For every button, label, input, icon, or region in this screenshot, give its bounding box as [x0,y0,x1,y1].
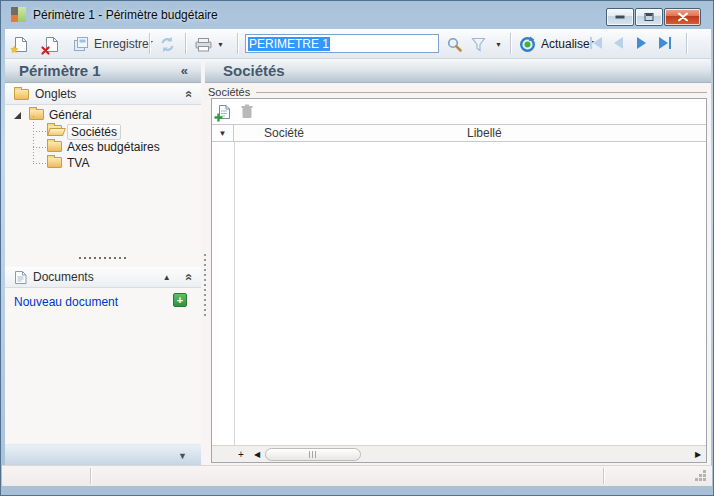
add-row-button[interactable] [217,104,231,120]
documents-section-label: Documents [33,270,157,284]
nav-first-bar [590,37,592,49]
column-header-societe[interactable]: Société [234,126,437,140]
titlebar[interactable]: Périmètre 1 - Périmètre budgétaire [2,1,712,29]
thumb-grip-icon [309,451,318,458]
print-button[interactable]: ▼ [193,32,226,56]
main-toolbar: ★ Enregistrer ▼ [5,29,711,59]
nav-last-button[interactable] [659,37,671,49]
selector-dropdown-icon: ▼ [219,129,227,138]
folder-icon [47,141,62,152]
star-badge-icon: ★ [10,45,19,55]
tree-item-axes-budgetaires[interactable]: Axes budgétaires [5,139,201,155]
toolbar-separator [510,33,511,54]
more-panels-icon[interactable]: ▼ [178,451,187,461]
save-button-label: Enregistrer [94,37,153,51]
status-bar [2,465,712,486]
tree-item-label-selected: Sociétés [67,124,121,140]
nav-previous-button[interactable] [614,37,623,49]
row-selector-dropdown[interactable]: ▼ [212,125,234,141]
filter-button[interactable] [469,32,488,56]
nav-last-bar [669,37,671,49]
save-icon [73,36,89,52]
toolbar-separator [237,33,238,54]
maximize-button[interactable] [635,8,663,26]
folder-icon [14,89,29,100]
tree-expander-icon[interactable] [13,111,22,120]
filter-dropdown-button[interactable]: ▼ [493,32,504,56]
save-button[interactable]: Enregistrer [71,32,155,56]
grid-toolbar [212,99,706,125]
append-row-button[interactable]: + [233,447,249,462]
search-icon [446,36,463,53]
sidebar-header: Périmètre 1 « [5,59,201,83]
page-header: Sociétés [205,59,711,83]
column-header-libelle[interactable]: Libellé [437,126,706,140]
nav-next-button[interactable] [637,37,646,49]
folder-icon [29,109,44,120]
collapse-section-icon[interactable]: « [183,90,193,97]
scroll-right-button[interactable]: ▶ [690,447,706,462]
tree-item-label: Général [49,108,92,122]
sidebar-splitter-handle[interactable] [79,257,127,259]
add-document-button[interactable]: + [173,293,187,307]
resize-grip[interactable] [703,478,706,481]
minimize-button[interactable] [606,8,634,26]
main-panel: Sociétés Sociétés ▼ [205,59,711,467]
document-icon [14,270,27,285]
plus-icon: + [177,295,183,306]
delete-row-button[interactable] [240,104,254,119]
page-title: Sociétés [205,62,711,79]
search-button[interactable] [444,32,465,56]
nav-first-icon [593,37,602,49]
tree-item-tva[interactable]: TVA [5,155,201,171]
maximize-icon [645,13,654,21]
tree-item-general[interactable]: Général [5,107,201,123]
new-document-link[interactable]: Nouveau document [14,295,118,309]
filter-dropdown-icon: ▼ [495,41,502,48]
scroll-left-button[interactable]: ◀ [249,447,265,462]
app-icon-orange-square [11,15,18,22]
printer-icon [195,37,212,52]
toolbar-separator [686,33,687,54]
actualiser-refresh-icon [519,36,536,53]
documents-section-header[interactable]: Documents ▲ « [5,267,201,288]
groupbox-label: Sociétés [208,86,250,98]
trash-icon [240,104,254,119]
refresh-icon [159,36,176,53]
green-plus-badge-icon [214,113,223,122]
record-name-selected-text: PERIMETRE 1 [248,37,330,51]
delete-button[interactable] [42,32,61,56]
refresh-button[interactable] [157,32,178,56]
societes-grid: ▼ Société Libellé + ◀ ▶ [211,98,707,463]
scroll-up-icon[interactable]: ▲ [163,273,171,282]
grid-header-row: ▼ Société Libellé [212,125,706,142]
onglets-section-label: Onglets [35,87,179,101]
close-button[interactable] [664,8,701,26]
collapse-sidebar-button[interactable]: « [181,63,201,78]
window-controls [606,8,701,26]
horizontal-scrollbar: + ◀ ▶ [212,445,706,462]
nav-first-button[interactable] [590,37,602,49]
scrollbar-thumb[interactable] [265,448,361,461]
onglets-section-header[interactable]: Onglets « [5,84,201,105]
new-button[interactable]: ★ [11,32,30,56]
grid-body-empty[interactable] [212,142,706,445]
minimize-icon [616,16,625,19]
new-document-icon: ★ [13,36,28,53]
app-icon-gray-square [11,7,18,15]
collapse-section-icon[interactable]: « [183,273,193,280]
actualiser-label: Actualiser [541,37,594,51]
app-icon [11,7,26,22]
folder-icon [47,157,62,168]
toolbar-separator [185,33,186,54]
sidebar-title: Périmètre 1 [5,62,181,79]
record-name-input[interactable]: PERIMETRE 1 [245,34,439,53]
tree-children: Sociétés Axes budgétaires TVA [5,123,201,171]
tree-item-label: TVA [67,156,89,170]
print-dropdown-icon[interactable]: ▼ [217,41,224,48]
red-x-badge-icon [41,46,50,55]
tree-item-societes[interactable]: Sociétés [5,123,201,139]
app-icon-green-square [18,7,26,22]
sidebar-bottom-bar[interactable]: ▼ [5,444,201,467]
actualiser-button[interactable]: Actualiser [517,32,596,56]
